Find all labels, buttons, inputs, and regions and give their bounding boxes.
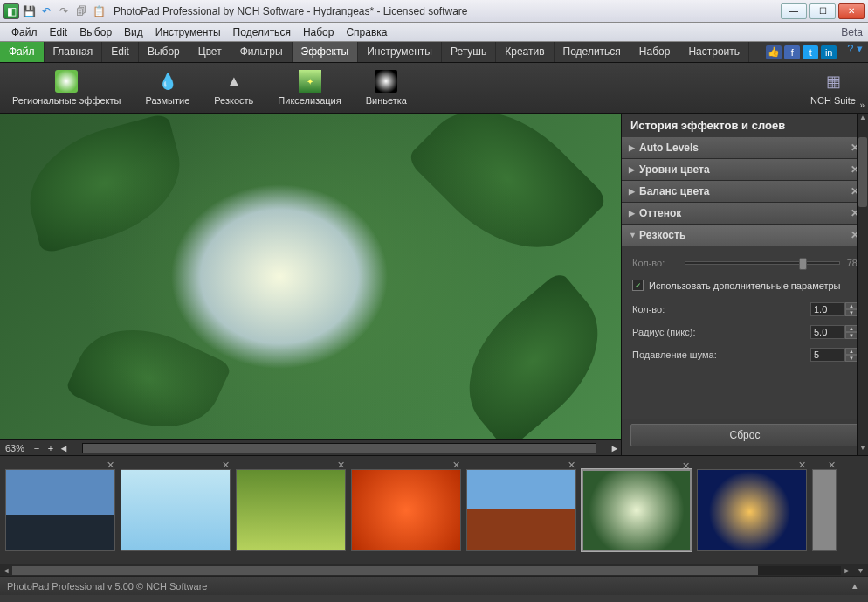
layer-name: Баланс цвета	[639, 185, 849, 197]
spin-down-icon[interactable]: ▼	[845, 332, 858, 339]
thumb-collapse-icon[interactable]: ▾	[853, 565, 868, 575]
tab-креатив[interactable]: Креатив	[496, 42, 554, 62]
spin-up-icon[interactable]: ▲	[845, 325, 858, 332]
thumb-scroll-left-icon[interactable]: ◄	[0, 566, 12, 575]
save-icon[interactable]: 💾	[21, 3, 37, 19]
thumbnail-dahlia[interactable]: ✕	[351, 469, 461, 551]
undo-icon[interactable]: ↶	[38, 3, 54, 19]
chevron-right-icon: ▶	[629, 209, 639, 218]
layer-0[interactable]: ▶Auto Levels✕	[622, 137, 868, 159]
tab-ретушь[interactable]: Ретушь	[442, 42, 496, 62]
thumb-scrollbar[interactable]: ◄ ► ▾	[0, 564, 868, 576]
thumbnail-koala-partial[interactable]: ✕	[812, 469, 837, 551]
field-input-2[interactable]	[810, 348, 845, 362]
layer-1[interactable]: ▶Уровни цвета✕	[622, 159, 868, 181]
hscroll-right-icon[interactable]: ►	[609, 443, 621, 453]
ribbon-suite-button[interactable]: ▦NCH Suite	[798, 63, 868, 113]
panel-scrollbar[interactable]: ▲ ▼	[857, 114, 868, 455]
paste-icon[interactable]: 📋	[91, 3, 107, 19]
tab-инструменты[interactable]: Инструменты	[358, 42, 442, 62]
thumbnail-close-icon[interactable]: ✕	[828, 460, 836, 471]
ribbon-vignette-button[interactable]: Виньетка	[354, 63, 419, 113]
layer-name: Auto Levels	[639, 142, 849, 154]
thumbnail-desert[interactable]: ✕	[466, 469, 576, 551]
layer-2[interactable]: ▶Баланс цвета✕	[622, 181, 868, 203]
hscroll-left-icon[interactable]: ◄	[58, 443, 70, 453]
app-icon: ◧	[3, 3, 19, 19]
like-icon[interactable]: 👍	[766, 45, 782, 59]
tab-фильтры[interactable]: Фильтры	[231, 42, 293, 62]
field-input-0[interactable]	[810, 302, 845, 316]
thumb-scroll-right-icon[interactable]: ►	[841, 566, 853, 575]
tab-поделиться[interactable]: Поделиться	[555, 42, 630, 62]
ribbon-sharp-button[interactable]: ▲Резкость	[202, 63, 265, 113]
spin-up-icon[interactable]: ▲	[845, 348, 858, 355]
layer-name: Уровни цвета	[639, 163, 849, 176]
thumbnail-hydrangeas[interactable]: ✕	[582, 469, 692, 551]
spin-down-icon[interactable]: ▼	[845, 355, 858, 362]
menu-help[interactable]: Справка	[340, 24, 393, 40]
tab-edit[interactable]: Edit	[102, 42, 139, 62]
chevron-right-icon: ▶	[629, 143, 639, 152]
scroll-up-icon[interactable]: ▲	[858, 114, 868, 125]
thumbnail-penguins[interactable]: ✕	[121, 469, 231, 551]
layer-4[interactable]: ▼Резкость✕	[622, 225, 868, 246]
ribbon-regional-button[interactable]: Региональные эффекты	[0, 63, 133, 113]
menu-edit[interactable]: Edit	[44, 24, 74, 40]
menu-view[interactable]: Вид	[118, 24, 149, 40]
image-canvas[interactable]	[0, 114, 621, 439]
status-text: PhotoPad Professional v 5.00 © NCH Softw…	[7, 581, 849, 592]
menu-set[interactable]: Набор	[297, 24, 341, 40]
tab-настроить[interactable]: Настроить	[679, 42, 749, 62]
facebook-icon[interactable]: f	[784, 45, 800, 59]
minimize-button[interactable]: —	[781, 3, 807, 19]
zoom-in-button[interactable]: +	[44, 443, 58, 453]
thumbnail-tulips[interactable]: ✕	[236, 469, 346, 551]
ribbon-regional-label: Региональные эффекты	[12, 95, 121, 106]
thumbnail-close-icon[interactable]: ✕	[222, 460, 230, 471]
chevron-right-icon: ▶	[629, 187, 639, 196]
menu-file[interactable]: Файл	[5, 24, 44, 40]
thumbnail-close-icon[interactable]: ✕	[568, 460, 575, 471]
twitter-icon[interactable]: t	[803, 45, 818, 59]
thumbnail-close-icon[interactable]: ✕	[337, 460, 345, 471]
ribbon-pixel-button[interactable]: Пикселизация	[265, 63, 353, 113]
horizontal-scrollbar[interactable]	[82, 443, 596, 453]
thumbnail-close-icon[interactable]: ✕	[452, 460, 460, 471]
field-input-1[interactable]	[810, 325, 845, 339]
menu-select[interactable]: Выбор	[73, 24, 118, 40]
thumbnail-strip: ✕✕✕✕✕✕✕✕	[0, 455, 868, 564]
menu-tools[interactable]: Инструменты	[149, 24, 227, 40]
thumbnail-close-icon[interactable]: ✕	[107, 460, 114, 471]
tab-file[interactable]: Файл	[0, 42, 45, 62]
scroll-down-icon[interactable]: ▼	[858, 444, 868, 455]
tab-цвет[interactable]: Цвет	[189, 42, 231, 62]
ribbon-more-icon[interactable]: »	[859, 100, 865, 110]
tab-эффекты[interactable]: Эффекты	[293, 42, 359, 62]
help-icon[interactable]: ? ▾	[842, 42, 868, 62]
linkedin-icon[interactable]: in	[821, 45, 837, 59]
thumbnail-close-icon[interactable]: ✕	[798, 460, 806, 471]
zoom-out-button[interactable]: −	[30, 443, 44, 453]
chevron-right-icon: ▶	[629, 165, 639, 174]
layer-3[interactable]: ▶Оттенок✕	[622, 203, 868, 225]
status-expand-icon[interactable]: ▴	[849, 580, 861, 592]
maximize-button[interactable]: ☐	[809, 3, 836, 19]
spin-up-icon[interactable]: ▲	[845, 302, 858, 309]
close-button[interactable]: ✕	[838, 3, 865, 19]
thumbnail-jellyfish[interactable]: ✕	[697, 469, 807, 551]
tab-выбор[interactable]: Выбор	[139, 42, 189, 62]
copy-icon[interactable]: 🗐	[73, 3, 89, 19]
ribbon-blur-button[interactable]: 💧Размытие	[133, 63, 202, 113]
amount-slider[interactable]	[685, 261, 840, 265]
advanced-checkbox[interactable]: ✓ Использовать дополнительные параметры	[632, 273, 858, 298]
thumbnail-lighthouse[interactable]: ✕	[5, 469, 115, 551]
menu-share[interactable]: Поделиться	[227, 24, 297, 40]
redo-icon[interactable]: ↷	[56, 3, 72, 19]
tab-набор[interactable]: Набор	[630, 42, 680, 62]
tab-главная[interactable]: Главная	[45, 42, 103, 62]
ribbon-vignette-label: Виньетка	[366, 95, 407, 106]
reset-button[interactable]: Сброс	[630, 424, 859, 446]
thumbnail-close-icon[interactable]: ✕	[682, 460, 690, 472]
spin-down-icon[interactable]: ▼	[845, 309, 858, 316]
